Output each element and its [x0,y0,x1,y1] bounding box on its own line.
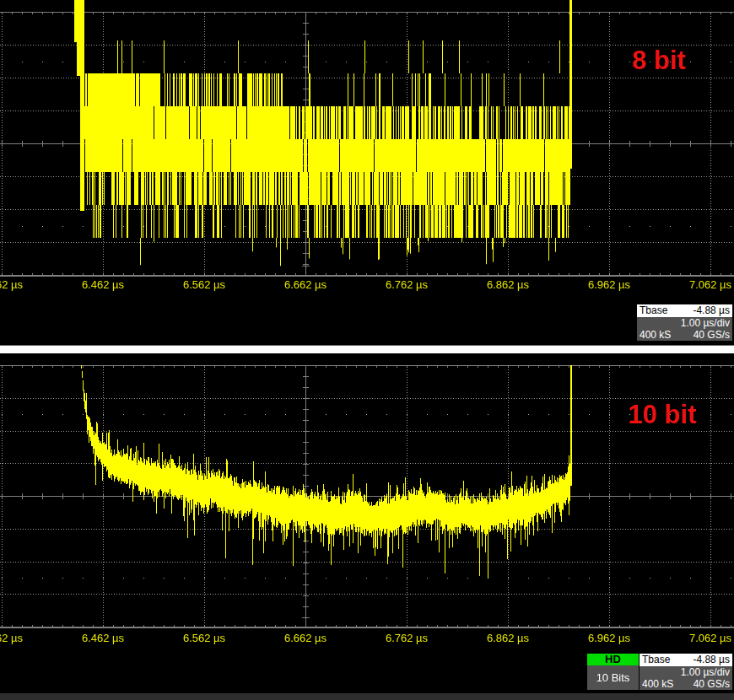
time-tick-label: 6.362 µs [0,278,23,292]
time-tick-label: 7.062 µs [689,278,731,292]
time-tick-label: 6.662 µs [284,632,327,645]
tbase-row: Tbase -4.88 µs [640,654,732,666]
tbase-details: 1.00 µs/div 400 kS 40 GS/s [640,666,732,690]
time-tick-label: 6.462 µs [82,632,124,645]
memory-depth: 400 kS [640,329,671,341]
time-tick-label: 6.762 µs [386,278,428,292]
bottom-edge-strip [0,693,734,700]
tbase-row: Tbase -4.88 µs [637,304,732,317]
memory-depth: 400 kS [642,678,673,690]
scope-panel-10bit: 10 bit 6.362 µs6.462 µs6.562 µs6.662 µs6… [0,353,734,700]
hd-mode-badge[interactable]: HD 10 Bits [587,654,639,690]
tbase-value: -4.88 µs [693,654,730,666]
waveform-display-8bit [0,0,734,346]
sample-rate: 40 GS/s [694,678,730,690]
time-tick-label: 6.362 µs [0,632,23,645]
time-tick-label: 6.462 µs [82,278,124,292]
time-tick-label: 6.962 µs [588,632,630,645]
bit-depth-annotation-10bit: 10 bit [629,400,697,430]
tbase-label: Tbase [642,654,670,666]
time-tick-label: 6.662 µs [284,278,327,292]
panel-separator [0,345,734,353]
time-axis-8bit: 6.362 µs6.462 µs6.562 µs6.662 µs6.762 µs… [0,278,734,292]
time-tick-label: 6.762 µs [386,632,428,645]
tbase-details: 1.00 µs/div 400 kS 40 GS/s [637,317,732,341]
hd-label: HD [587,654,639,665]
timebase-scale: 1.00 µs/div [642,666,730,678]
time-tick-label: 7.062 µs [689,632,731,645]
time-tick-label: 6.862 µs [487,632,529,645]
waveform-display-10bit [0,353,734,700]
timebase-scale: 1.00 µs/div [640,317,730,329]
time-tick-label: 6.862 µs [487,278,529,292]
scope-panel-8bit: 8 bit 6.362 µs6.462 µs6.562 µs6.662 µs6.… [0,0,734,346]
sample-rate: 40 GS/s [694,329,730,341]
time-axis-10bit: 6.362 µs6.462 µs6.562 µs6.662 µs6.762 µs… [0,632,734,645]
tbase-box-8bit[interactable]: Tbase -4.88 µs 1.00 µs/div 400 kS 40 GS/… [637,304,732,341]
bits-label: 10 Bits [587,665,639,690]
tbase-label: Tbase [640,304,667,317]
time-tick-label: 6.562 µs [183,278,225,292]
bit-depth-annotation-8bit: 8 bit [632,46,686,76]
time-tick-label: 6.562 µs [183,632,225,645]
tbase-value: -4.88 µs [693,304,730,317]
tbase-box-10bit[interactable]: Tbase -4.88 µs 1.00 µs/div 400 kS 40 GS/… [640,654,732,690]
time-tick-label: 6.962 µs [588,278,630,292]
oscilloscope-screenshot: { "top_panel": { "bit_label": "8 bit", "… [0,0,734,700]
